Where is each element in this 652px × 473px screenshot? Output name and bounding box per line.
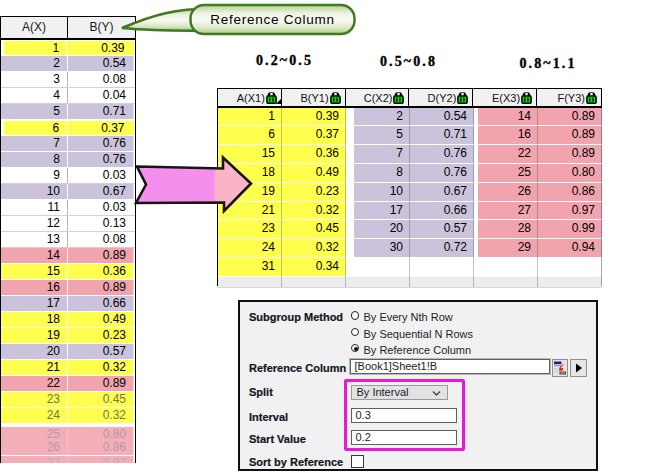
svg-text:Reference Column: Reference Column — [210, 12, 335, 27]
